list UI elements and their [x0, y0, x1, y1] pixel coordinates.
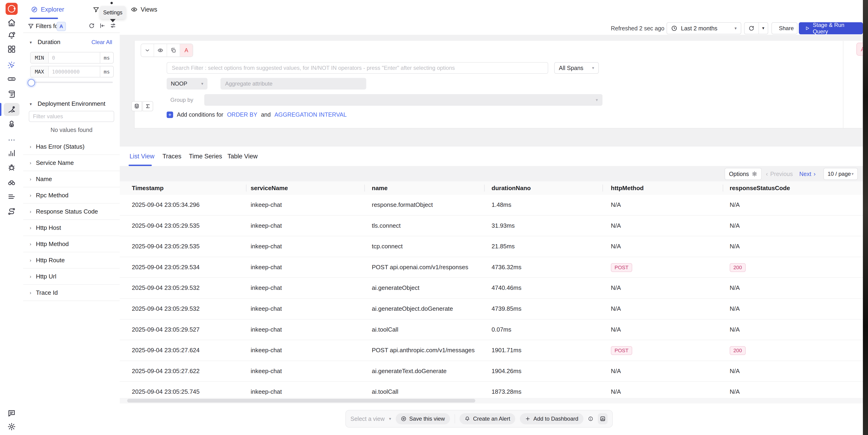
- add-formula-button[interactable]: [143, 101, 153, 111]
- filter-query-badge[interactable]: A: [57, 22, 66, 31]
- min-input[interactable]: [49, 53, 100, 63]
- group-by-select[interactable]: ▾: [204, 94, 602, 106]
- col-servicename[interactable]: serviceName: [251, 181, 288, 195]
- dashboards-grid-icon[interactable]: [7, 45, 16, 53]
- filter-settings-icon[interactable]: [110, 23, 116, 29]
- refresh-icon[interactable]: [745, 25, 758, 31]
- filter-section-label: Name: [36, 175, 52, 183]
- select-view-dropdown[interactable]: Select a view ▾: [350, 415, 391, 422]
- tab-list-view[interactable]: List View: [129, 146, 155, 166]
- routes-icon[interactable]: [7, 207, 16, 215]
- duration-section-title[interactable]: Duration: [38, 38, 60, 46]
- click-events-icon[interactable]: [7, 61, 16, 70]
- duration-slider-track[interactable]: [30, 81, 113, 83]
- deployment-chevron-icon[interactable]: ▾: [30, 102, 32, 107]
- info-icon[interactable]: [588, 415, 593, 422]
- deployment-filter-input[interactable]: [29, 111, 114, 122]
- table-row[interactable]: 2025-09-04 23:05:27.622inkeep-chatai.gen…: [120, 361, 863, 382]
- stage-run-query-button[interactable]: Stage & Run Query: [799, 22, 863, 34]
- home-icon[interactable]: [7, 19, 16, 27]
- create-alert-button[interactable]: Create an Alert: [460, 413, 515, 424]
- aggregation-op-select[interactable]: NOOP ▾: [167, 78, 208, 90]
- tab-traces[interactable]: Traces: [162, 146, 182, 166]
- chat-icon[interactable]: [7, 409, 16, 417]
- save-view-button[interactable]: Save this view: [396, 413, 450, 424]
- previous-page-button[interactable]: ‹ Previous: [766, 168, 793, 180]
- refreshed-status: Refreshed 2 sec ago: [611, 25, 664, 32]
- add-query-button[interactable]: [131, 101, 142, 111]
- query-visibility-button[interactable]: [154, 44, 167, 57]
- search-filter-input[interactable]: [167, 62, 548, 74]
- horizontal-scroll-thumb[interactable]: [127, 399, 475, 403]
- table-row[interactable]: 2025-09-04 23:05:27.624inkeep-chatPOST a…: [120, 340, 863, 361]
- table-row[interactable]: 2025-09-04 23:05:29.534inkeep-chatPOST a…: [120, 257, 863, 278]
- alerts-bell-icon[interactable]: [7, 32, 16, 40]
- tab-table-view[interactable]: Table View: [227, 146, 258, 166]
- filter-section-service-name[interactable]: ›Service Name: [23, 155, 120, 171]
- filter-section-http-host[interactable]: ›Http Host: [23, 220, 120, 236]
- add-to-dashboard-button[interactable]: Add to Dashboard: [520, 413, 583, 424]
- max-input[interactable]: [49, 66, 100, 77]
- table-row[interactable]: 2025-09-04 23:05:29.535inkeep-chattls.co…: [120, 215, 863, 236]
- page-size-value: 10 / page: [828, 171, 851, 177]
- filter-section-name[interactable]: ›Name: [23, 171, 120, 187]
- all-spans-select[interactable]: All Spans ▾: [554, 62, 599, 74]
- signoz-logo[interactable]: [6, 3, 18, 15]
- refresh-filters-icon[interactable]: [89, 23, 95, 29]
- filter-section-rpc-method[interactable]: ›Rpc Method: [23, 187, 120, 204]
- metrics-chart-icon[interactable]: [7, 149, 16, 157]
- col-durationnano[interactable]: durationNano: [492, 181, 531, 195]
- table-row[interactable]: 2025-09-04 23:05:29.532inkeep-chatai.gen…: [120, 299, 863, 320]
- tab-views[interactable]: Views: [131, 0, 157, 19]
- tab-explorer[interactable]: Explorer: [31, 0, 64, 19]
- duration-slider-handle[interactable]: [27, 79, 35, 87]
- share-button[interactable]: Share: [771, 22, 798, 34]
- explorer-binoculars-icon[interactable]: [7, 178, 16, 187]
- filter-section-http-method[interactable]: ›Http Method: [23, 236, 120, 252]
- col-name[interactable]: name: [372, 181, 388, 195]
- query-a-chip[interactable]: A: [180, 44, 193, 57]
- cell-httpmethod: POST: [611, 340, 632, 361]
- views-icon: [131, 6, 137, 13]
- filter-section-response-status-code[interactable]: ›Response Status Code: [23, 204, 120, 220]
- plus-icon[interactable]: +: [167, 111, 173, 118]
- traces-icon[interactable]: [7, 105, 16, 113]
- tab-time-series[interactable]: Time Series: [189, 146, 222, 166]
- col-httpmethod[interactable]: httpMethod: [611, 181, 644, 195]
- page-size-select[interactable]: 10 / page ▾: [824, 168, 858, 180]
- refresh-options-chevron[interactable]: ▼: [758, 23, 768, 34]
- time-range-select[interactable]: Last 2 months ▾: [666, 22, 741, 34]
- table-row[interactable]: 2025-09-04 23:05:34.296inkeep-chatrespon…: [120, 195, 863, 215]
- settings-gear-icon[interactable]: [7, 423, 16, 431]
- more-options-icon[interactable]: [7, 136, 16, 144]
- deployment-section-title[interactable]: Deployment Environment: [38, 100, 105, 107]
- table-row[interactable]: 2025-09-04 23:05:29.532inkeep-chatai.gen…: [120, 278, 863, 299]
- options-button[interactable]: Options: [724, 168, 762, 180]
- filter-section-http-url[interactable]: ›Http Url: [23, 269, 120, 285]
- logs-icon[interactable]: [7, 90, 16, 98]
- collapse-panel-icon[interactable]: [99, 23, 105, 29]
- filter-section-trace-id[interactable]: ›Trace Id: [23, 285, 120, 301]
- aggregation-interval-link[interactable]: AGGREGATION INTERVAL: [274, 111, 346, 118]
- table-row[interactable]: 2025-09-04 23:05:29.535inkeep-chattcp.co…: [120, 236, 863, 257]
- col-responsestatuscode[interactable]: responseStatusCode: [730, 181, 790, 195]
- col-timestamp[interactable]: Timestamp: [132, 181, 164, 195]
- infrastructure-icon[interactable]: [7, 75, 16, 83]
- cell-name: ai.toolCall: [372, 320, 398, 340]
- filter-section-has-error-status-[interactable]: ›Has Error (Status): [23, 139, 120, 155]
- no-values-text: No values found: [23, 127, 120, 133]
- download-view-button[interactable]: [598, 413, 608, 424]
- query-collapse-button[interactable]: [141, 44, 154, 57]
- table-row[interactable]: 2025-09-04 23:05:29.527inkeep-chatai.too…: [120, 320, 863, 340]
- cell-servicename: inkeep-chat: [251, 361, 282, 381]
- order-by-link[interactable]: ORDER BY: [227, 111, 257, 118]
- clear-all-link[interactable]: Clear All: [91, 39, 112, 45]
- lists-icon[interactable]: [7, 193, 16, 201]
- services-cubes-icon[interactable]: [7, 120, 16, 129]
- exceptions-bug-icon[interactable]: [7, 163, 16, 172]
- duration-chevron-icon[interactable]: ▾: [30, 40, 32, 45]
- filter-section-http-route[interactable]: ›Http Route: [23, 252, 120, 269]
- next-page-button[interactable]: Next ›: [799, 168, 815, 180]
- query-copy-button[interactable]: [167, 44, 180, 57]
- aggregate-attribute-input[interactable]: Aggregate attribute: [220, 78, 366, 90]
